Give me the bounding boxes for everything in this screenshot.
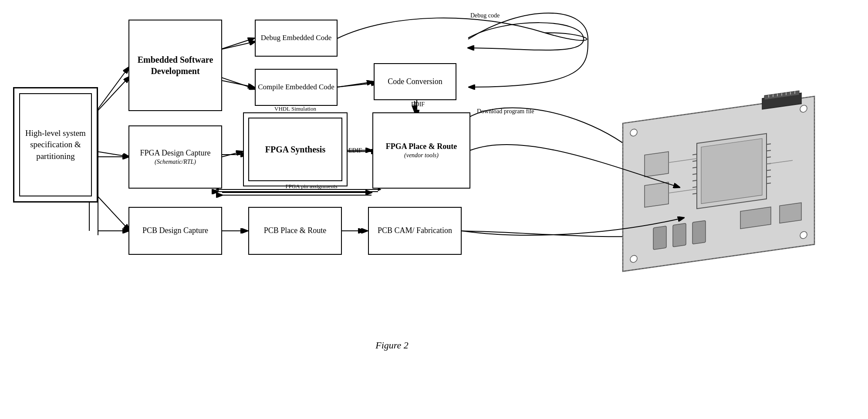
svg-line-72 bbox=[222, 152, 242, 157]
svg-rect-58 bbox=[780, 203, 801, 223]
figure-caption: Figure 2 bbox=[305, 340, 479, 351]
svg-line-46 bbox=[767, 150, 771, 151]
svg-rect-53 bbox=[645, 182, 669, 207]
debug-code-label: Debug code bbox=[470, 12, 500, 19]
pcb-design-capture-box: PCB Design Capture bbox=[128, 207, 222, 255]
svg-line-51 bbox=[767, 183, 771, 183]
embedded-sw-box: Embedded Software Development bbox=[128, 20, 222, 111]
fpga-design-capture-box: FPGA Design Capture (Schematic/RTL) bbox=[128, 125, 222, 189]
svg-line-43 bbox=[692, 187, 697, 187]
svg-line-45 bbox=[767, 144, 771, 144]
pcb-place-route-box: PCB Place & Route bbox=[248, 207, 342, 255]
svg-line-47 bbox=[767, 157, 771, 157]
svg-line-38 bbox=[692, 154, 697, 155]
fpga-synthesis-outer: VHDL Simulation FPGA Synthesis bbox=[243, 112, 348, 186]
vhdl-simulation-label: VHDL Simulation bbox=[244, 105, 347, 112]
debug-embedded-box: Debug Embedded Code bbox=[255, 20, 338, 57]
edif-label-2: EDIF bbox=[348, 147, 362, 154]
svg-line-44 bbox=[692, 193, 697, 194]
svg-line-50 bbox=[767, 176, 771, 177]
svg-line-42 bbox=[692, 180, 697, 181]
download-label: Download program file bbox=[477, 108, 534, 115]
diagram-container: High-level system specification & partit… bbox=[0, 0, 868, 419]
svg-rect-54 bbox=[653, 226, 666, 250]
svg-line-39 bbox=[692, 161, 697, 161]
pcb-board-illustration bbox=[601, 83, 836, 292]
svg-line-10 bbox=[336, 83, 378, 87]
svg-line-41 bbox=[692, 174, 697, 174]
svg-line-8 bbox=[218, 41, 256, 50]
compile-embedded-box: Compile Embedded Code bbox=[255, 69, 338, 106]
svg-rect-52 bbox=[645, 152, 669, 177]
svg-line-70 bbox=[338, 82, 373, 87]
svg-line-49 bbox=[767, 170, 771, 170]
svg-rect-37 bbox=[701, 139, 762, 204]
svg-rect-55 bbox=[673, 223, 686, 247]
svg-line-40 bbox=[692, 167, 697, 168]
svg-line-65 bbox=[98, 68, 128, 109]
svg-line-69 bbox=[222, 81, 254, 87]
fpga-pin-label: FPGA pin assignments bbox=[244, 183, 379, 190]
fpga-synthesis-inner: FPGA Synthesis bbox=[248, 118, 342, 181]
pcb-cam-box: PCB CAM/ Fabrication bbox=[368, 207, 462, 255]
svg-rect-56 bbox=[692, 220, 706, 244]
fpga-place-route-box: FPGA Place & Route (vendor tools) bbox=[372, 112, 470, 189]
high-level-box: High-level system specification & partit… bbox=[13, 87, 98, 203]
svg-line-68 bbox=[222, 38, 254, 49]
code-conversion-box: Code Conversion bbox=[374, 63, 456, 100]
svg-line-9 bbox=[218, 76, 256, 89]
edif-label-1: EDIF bbox=[411, 101, 425, 108]
